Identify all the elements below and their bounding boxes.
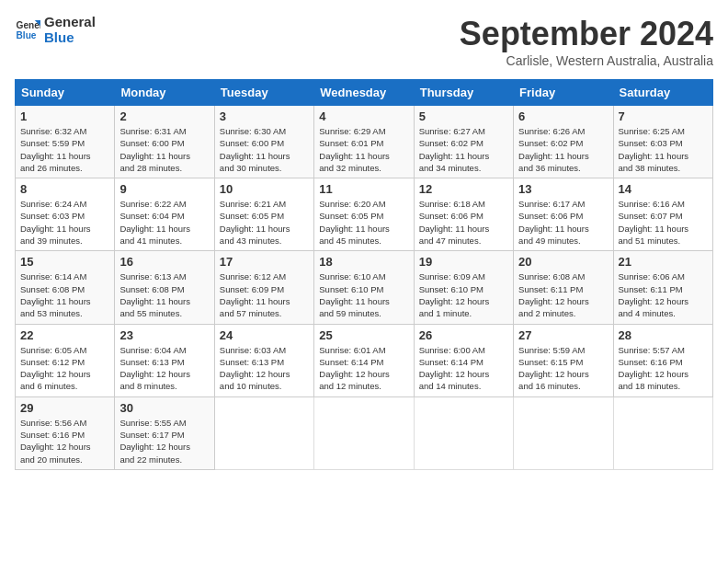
table-row: 24Sunrise: 6:03 AM Sunset: 6:13 PM Dayli… xyxy=(214,324,313,396)
calendar-week-row: 29Sunrise: 5:56 AM Sunset: 6:16 PM Dayli… xyxy=(16,396,713,469)
day-number: 30 xyxy=(119,401,209,415)
col-sunday: Sunday xyxy=(16,80,115,106)
calendar-header: General Blue General Blue September 2024… xyxy=(15,15,713,68)
day-info: Sunrise: 6:20 AM Sunset: 6:05 PM Dayligh… xyxy=(319,198,408,247)
day-info: Sunrise: 6:26 AM Sunset: 6:02 PM Dayligh… xyxy=(518,125,608,174)
calendar-week-row: 15Sunrise: 6:14 AM Sunset: 6:08 PM Dayli… xyxy=(16,251,713,324)
calendar-week-row: 1Sunrise: 6:32 AM Sunset: 5:59 PM Daylig… xyxy=(16,106,713,178)
table-row: 10Sunrise: 6:21 AM Sunset: 6:05 PM Dayli… xyxy=(214,178,313,251)
col-tuesday: Tuesday xyxy=(214,80,313,106)
day-number: 21 xyxy=(619,255,708,269)
day-info: Sunrise: 6:22 AM Sunset: 6:04 PM Dayligh… xyxy=(119,198,209,247)
day-info: Sunrise: 6:14 AM Sunset: 6:08 PM Dayligh… xyxy=(20,270,109,319)
table-row: 17Sunrise: 6:12 AM Sunset: 6:09 PM Dayli… xyxy=(214,251,313,324)
title-area: September 2024 Carlisle, Western Austral… xyxy=(460,15,713,68)
col-thursday: Thursday xyxy=(414,80,513,106)
day-number: 11 xyxy=(319,182,408,196)
table-row: 27Sunrise: 5:59 AM Sunset: 6:15 PM Dayli… xyxy=(514,324,613,396)
table-row: 16Sunrise: 6:13 AM Sunset: 6:08 PM Dayli… xyxy=(115,251,214,324)
logo-text-general: General xyxy=(44,15,96,30)
day-number: 25 xyxy=(319,328,408,342)
day-number: 22 xyxy=(20,328,109,342)
table-row: 5Sunrise: 6:27 AM Sunset: 6:02 PM Daylig… xyxy=(414,106,513,178)
day-info: Sunrise: 6:12 AM Sunset: 6:09 PM Dayligh… xyxy=(220,270,309,319)
day-info: Sunrise: 5:59 AM Sunset: 6:15 PM Dayligh… xyxy=(518,344,608,393)
day-info: Sunrise: 6:06 AM Sunset: 6:11 PM Dayligh… xyxy=(619,270,708,319)
logo-icon: General Blue xyxy=(15,17,40,43)
table-row: 29Sunrise: 5:56 AM Sunset: 6:16 PM Dayli… xyxy=(16,396,115,469)
table-row: 9Sunrise: 6:22 AM Sunset: 6:04 PM Daylig… xyxy=(115,178,214,251)
table-row: 26Sunrise: 6:00 AM Sunset: 6:14 PM Dayli… xyxy=(414,324,513,396)
day-info: Sunrise: 6:25 AM Sunset: 6:03 PM Dayligh… xyxy=(619,125,708,174)
day-info: Sunrise: 6:04 AM Sunset: 6:13 PM Dayligh… xyxy=(119,344,209,393)
table-row: 1Sunrise: 6:32 AM Sunset: 5:59 PM Daylig… xyxy=(16,106,115,178)
svg-text:Blue: Blue xyxy=(17,30,37,40)
table-row xyxy=(414,396,513,469)
day-number: 20 xyxy=(518,255,608,269)
day-info: Sunrise: 5:57 AM Sunset: 6:16 PM Dayligh… xyxy=(619,344,708,393)
day-number: 9 xyxy=(119,182,209,196)
table-row: 15Sunrise: 6:14 AM Sunset: 6:08 PM Dayli… xyxy=(16,251,115,324)
day-number: 18 xyxy=(319,255,408,269)
table-row: 7Sunrise: 6:25 AM Sunset: 6:03 PM Daylig… xyxy=(613,106,712,178)
col-monday: Monday xyxy=(115,80,214,106)
day-info: Sunrise: 6:21 AM Sunset: 6:05 PM Dayligh… xyxy=(220,198,309,247)
day-number: 17 xyxy=(220,255,309,269)
day-number: 24 xyxy=(220,328,309,342)
table-row xyxy=(214,396,313,469)
day-info: Sunrise: 6:31 AM Sunset: 6:00 PM Dayligh… xyxy=(119,125,209,174)
calendar-title: September 2024 xyxy=(460,15,713,53)
table-row: 22Sunrise: 6:05 AM Sunset: 6:12 PM Dayli… xyxy=(16,324,115,396)
logo: General Blue General Blue xyxy=(15,15,96,45)
table-row: 8Sunrise: 6:24 AM Sunset: 6:03 PM Daylig… xyxy=(16,178,115,251)
table-row xyxy=(613,396,712,469)
day-number: 28 xyxy=(619,328,708,342)
day-number: 4 xyxy=(319,109,408,123)
calendar-header-row: Sunday Monday Tuesday Wednesday Thursday… xyxy=(16,80,713,106)
table-row xyxy=(314,396,414,469)
table-row: 21Sunrise: 6:06 AM Sunset: 6:11 PM Dayli… xyxy=(613,251,712,324)
table-row: 11Sunrise: 6:20 AM Sunset: 6:05 PM Dayli… xyxy=(314,178,414,251)
calendar-subtitle: Carlisle, Western Australia, Australia xyxy=(460,53,713,68)
day-info: Sunrise: 6:16 AM Sunset: 6:07 PM Dayligh… xyxy=(619,198,708,247)
day-info: Sunrise: 6:01 AM Sunset: 6:14 PM Dayligh… xyxy=(319,344,408,393)
day-number: 6 xyxy=(518,109,608,123)
day-number: 2 xyxy=(119,109,209,123)
table-row: 6Sunrise: 6:26 AM Sunset: 6:02 PM Daylig… xyxy=(514,106,613,178)
day-number: 3 xyxy=(220,109,309,123)
day-info: Sunrise: 6:10 AM Sunset: 6:10 PM Dayligh… xyxy=(319,270,408,319)
table-row: 12Sunrise: 6:18 AM Sunset: 6:06 PM Dayli… xyxy=(414,178,513,251)
day-number: 15 xyxy=(20,255,109,269)
day-info: Sunrise: 6:32 AM Sunset: 5:59 PM Dayligh… xyxy=(20,125,109,174)
day-info: Sunrise: 6:18 AM Sunset: 6:06 PM Dayligh… xyxy=(419,198,508,247)
day-number: 1 xyxy=(20,109,109,123)
day-info: Sunrise: 5:56 AM Sunset: 6:16 PM Dayligh… xyxy=(20,417,109,465)
col-saturday: Saturday xyxy=(613,80,712,106)
day-number: 12 xyxy=(419,182,508,196)
day-number: 5 xyxy=(419,109,508,123)
day-info: Sunrise: 6:09 AM Sunset: 6:10 PM Dayligh… xyxy=(419,270,508,319)
day-info: Sunrise: 6:24 AM Sunset: 6:03 PM Dayligh… xyxy=(20,198,109,247)
day-number: 7 xyxy=(619,109,708,123)
day-info: Sunrise: 6:27 AM Sunset: 6:02 PM Dayligh… xyxy=(419,125,508,174)
col-wednesday: Wednesday xyxy=(314,80,414,106)
table-row: 20Sunrise: 6:08 AM Sunset: 6:11 PM Dayli… xyxy=(514,251,613,324)
day-info: Sunrise: 5:55 AM Sunset: 6:17 PM Dayligh… xyxy=(119,417,209,465)
day-number: 26 xyxy=(419,328,508,342)
day-info: Sunrise: 6:00 AM Sunset: 6:14 PM Dayligh… xyxy=(419,344,508,393)
day-number: 27 xyxy=(518,328,608,342)
table-row: 2Sunrise: 6:31 AM Sunset: 6:00 PM Daylig… xyxy=(115,106,214,178)
calendar-table: Sunday Monday Tuesday Wednesday Thursday… xyxy=(15,79,713,470)
table-row: 19Sunrise: 6:09 AM Sunset: 6:10 PM Dayli… xyxy=(414,251,513,324)
table-row: 4Sunrise: 6:29 AM Sunset: 6:01 PM Daylig… xyxy=(314,106,414,178)
day-number: 10 xyxy=(220,182,309,196)
day-info: Sunrise: 6:03 AM Sunset: 6:13 PM Dayligh… xyxy=(220,344,309,393)
day-info: Sunrise: 6:29 AM Sunset: 6:01 PM Dayligh… xyxy=(319,125,408,174)
table-row: 14Sunrise: 6:16 AM Sunset: 6:07 PM Dayli… xyxy=(613,178,712,251)
day-number: 8 xyxy=(20,182,109,196)
logo-text-blue: Blue xyxy=(44,30,96,46)
table-row: 3Sunrise: 6:30 AM Sunset: 6:00 PM Daylig… xyxy=(214,106,313,178)
day-number: 14 xyxy=(619,182,708,196)
calendar-week-row: 22Sunrise: 6:05 AM Sunset: 6:12 PM Dayli… xyxy=(16,324,713,396)
day-number: 23 xyxy=(119,328,209,342)
